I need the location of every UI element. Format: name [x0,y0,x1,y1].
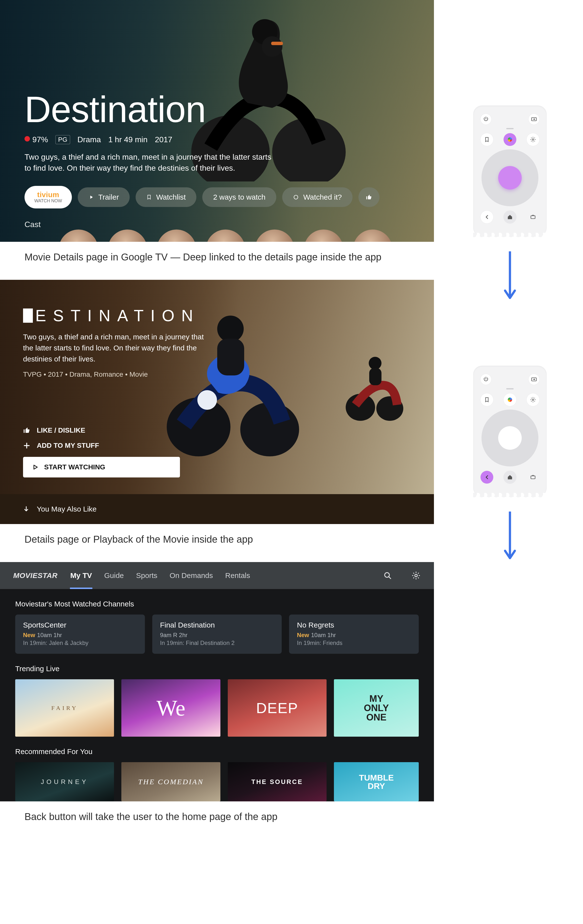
trending-thumb[interactable]: DEEP [228,679,326,737]
cast-label: Cast [25,220,41,229]
remote-assistant-button[interactable] [504,133,516,146]
remote-dpad[interactable] [481,149,539,206]
remote-assistant-button[interactable] [504,393,516,406]
remote-input-button[interactable] [529,114,539,125]
tab-on-demands[interactable]: On Demands [169,569,214,582]
trailer-button[interactable]: Trailer [78,187,130,207]
remote-select-button[interactable] [498,166,522,190]
caption-2: Details page or Playback of the Movie in… [0,524,434,562]
avatar[interactable] [255,229,294,242]
avatar[interactable] [206,229,245,242]
channel-line2: New10am 1hr [23,632,137,639]
avatar[interactable] [353,229,392,242]
recommended-thumb[interactable]: THE SOURCE [228,762,326,801]
play-icon [32,464,39,470]
section-most-watched: Moviestar's Most Watched Channels [0,589,434,614]
play-icon [89,195,94,200]
trending-thumb[interactable]: MYONLYONE [334,679,419,737]
google-tv-details-screen: Destination 97% PG Drama 1 hr 49 min 201… [0,0,434,242]
recommended-thumb[interactable]: TUMBLEDRY [334,762,419,801]
trending-thumb[interactable]: We [121,679,220,737]
remote-bookmark-button[interactable] [481,133,493,146]
svg-rect-4 [271,42,283,45]
remote-home-button[interactable] [504,471,516,483]
svg-rect-13 [217,339,244,375]
avatar[interactable] [304,229,343,242]
app-home-screen: MOVIESTAR My TVGuideSportsOn DemandsRent… [0,562,434,801]
ways-to-watch-button[interactable]: 2 ways to watch [202,187,276,207]
svg-point-7 [532,139,534,140]
rate-button[interactable] [358,187,379,207]
remote-tv-button[interactable] [527,471,539,483]
remote-back-button[interactable] [481,211,493,223]
app-movie-title: ESTINATION [23,306,200,325]
like-dislike-button[interactable]: LIKE / DISLIKE [23,426,180,434]
tv-remote [473,366,547,497]
thumb-title: DEEP [256,700,298,716]
avatar[interactable] [157,229,196,242]
provider-sub: WATCH NOW [34,198,62,203]
start-watching-button[interactable]: START WATCHING [23,457,180,477]
avatar[interactable] [59,229,98,242]
remote-dpad[interactable] [481,409,539,467]
thumbs-icon [366,194,372,200]
channel-card[interactable]: Final Destination9am R 2hrIn 19min: Fina… [152,614,282,654]
tab-sports[interactable]: Sports [135,569,158,582]
recommended-thumb[interactable]: JOURNEY [15,762,114,801]
settings-icon[interactable] [412,571,421,580]
tab-guide[interactable]: Guide [104,569,124,582]
app-tags: TVPG • 2017 • Drama, Romance • Movie [23,371,148,378]
svg-point-17 [369,357,382,370]
watched-it-button[interactable]: Watched it? [282,187,352,207]
top-nav: MOVIESTAR My TVGuideSportsOn DemandsRent… [0,562,434,589]
watchlist-button[interactable]: Watchlist [135,187,197,207]
channel-card[interactable]: SportsCenterNew10am 1hrIn 19min: Jalen &… [15,614,145,654]
app-details-screen: ESTINATION Two guys, a thief and a rich … [0,280,434,524]
svg-rect-8 [531,216,535,219]
remote-settings-button[interactable] [527,393,539,406]
remote-power-button[interactable] [481,114,491,125]
section-recommended: Recommended For You [0,737,434,762]
remote-bookmark-button[interactable] [481,393,493,406]
channel-line3: In 19min: Jalen & Jackby [23,640,137,647]
thumb-title: THE COMEDIAN [138,777,204,786]
rating-badge: PG [55,135,70,144]
movie-meta-row: 97% PG Drama 1 hr 49 min 2017 [25,135,405,144]
app-synopsis: Two guys, a thief and a rich man, meet i… [23,331,209,365]
watch-now-button[interactable]: tivium WATCH NOW [25,186,72,208]
remote-select-button[interactable] [498,426,522,450]
trending-thumb[interactable]: FAIRY [15,679,114,737]
assistant-icon [508,398,512,402]
search-icon[interactable] [383,571,392,580]
remote-tv-button[interactable] [527,211,539,223]
recommended-thumb[interactable]: THE COMEDIAN [121,762,220,801]
remote-mic-slot [506,388,514,389]
you-may-also-like-row[interactable]: You May Also Like [0,494,434,524]
channel-card[interactable]: No RegretsNew10am 1hrIn 19min: Friends [289,614,419,654]
tab-rentals[interactable]: Rentals [225,569,251,582]
runtime: 1 hr 49 min [109,135,148,144]
tab-my-tv[interactable]: My TV [70,569,92,582]
remote-input-button[interactable] [529,374,539,385]
remote-power-button[interactable] [481,374,491,385]
arrow-down-icon [23,505,30,513]
bookmark-icon [147,195,152,200]
plus-icon [23,442,30,449]
tv-remote [473,106,547,237]
add-to-my-stuff-button[interactable]: ADD TO MY STUFF [23,442,180,449]
avatar[interactable] [108,229,147,242]
svg-point-3 [262,36,282,57]
svg-point-5 [294,195,298,199]
remote-back-button[interactable] [481,471,493,483]
remote-home-button[interactable] [504,211,516,223]
thumb-title: THE SOURCE [251,778,303,786]
svg-rect-21 [531,476,535,479]
thumb-title: We [156,695,185,721]
assistant-icon [508,137,512,142]
thumb-title: FAIRY [51,705,78,711]
thumb-title: MYONLYONE [364,694,389,722]
section-trending: Trending Live [0,654,434,679]
channel-line3: In 19min: Friends [297,640,411,647]
app-brand: MOVIESTAR [13,571,58,580]
remote-settings-button[interactable] [527,133,539,146]
